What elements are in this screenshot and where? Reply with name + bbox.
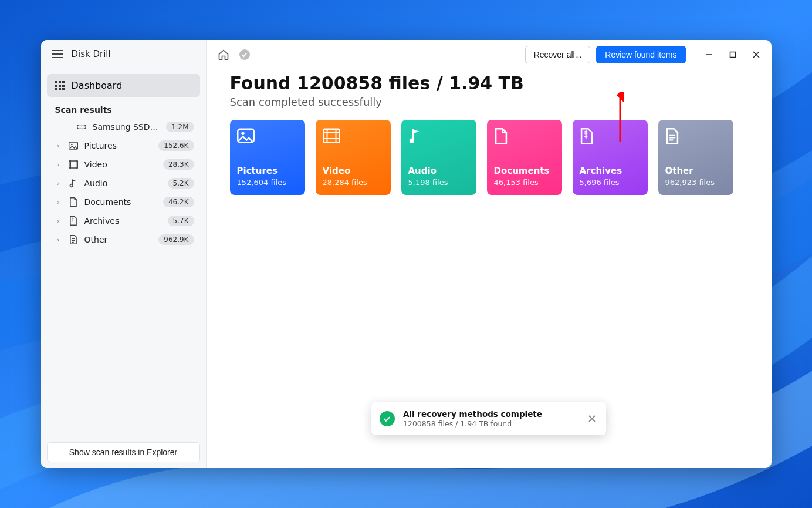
app-title: Disk Drill [72,49,111,59]
sidebar-item-drive[interactable]: Samsung SSD 970 EVO... 1.2M [47,118,200,136]
tile-count: 5,198 files [408,178,469,187]
video-icon [68,160,79,169]
archive-icon [68,216,79,226]
document-icon [494,128,555,148]
video-icon [323,128,384,148]
sidebar: Disk Drill Dashboard Scan results Samsun… [41,40,207,468]
success-check-icon [380,411,395,426]
chevron-right-icon: › [55,199,62,206]
sidebar-item-audio[interactable]: › Audio 5.2K [47,174,200,192]
menu-icon[interactable] [52,48,63,60]
tile-count: 28,284 files [323,178,384,187]
sidebar-item-label: Pictures [84,141,153,150]
count-badge: 1.2M [166,122,194,132]
sidebar-item-label: Archives [84,216,162,226]
pictures-icon [68,142,79,150]
toast-subtitle: 1200858 files / 1.94 TB found [403,419,578,428]
completion-toast: All recovery methods complete 1200858 fi… [371,402,606,435]
other-icon [68,235,79,244]
svg-point-13 [409,139,414,143]
svg-rect-9 [730,52,735,58]
svg-rect-7 [76,161,77,168]
svg-point-11 [241,132,245,136]
category-tiles: Pictures 152,604 files Video 28,284 file… [230,120,748,195]
svg-point-4 [71,144,73,146]
tile-audio[interactable]: Audio 5,198 files [401,120,476,195]
toast-close-button[interactable] [586,411,598,427]
svg-point-8 [70,184,73,187]
tile-count: 152,604 files [237,178,298,187]
maximize-button[interactable] [728,50,737,59]
app-window: Disk Drill Dashboard Scan results Samsun… [41,40,772,468]
count-badge: 5.7K [168,216,194,226]
main-panel: Recover all... Review found items Found … [207,40,772,468]
close-button[interactable] [752,50,761,59]
toast-title: All recovery methods complete [403,409,578,419]
count-badge: 962.9K [158,234,194,245]
sidebar-item-label: Dashboard [72,80,123,91]
tile-documents[interactable]: Documents 46,153 files [487,120,562,195]
drive-icon [76,123,87,130]
home-button[interactable] [217,48,230,61]
sidebar-item-label: Video [84,160,157,169]
count-badge: 28.3K [163,159,194,170]
sidebar-item-label: Samsung SSD 970 EVO... [93,122,161,132]
archive-icon [580,128,641,148]
sidebar-item-dashboard[interactable]: Dashboard [47,74,200,97]
chevron-right-icon: › [55,161,62,169]
tile-pictures[interactable]: Pictures 152,604 files [230,120,305,195]
tile-count: 962,923 files [665,178,726,187]
tile-name: Archives [580,166,641,176]
results-title: Found 1200858 files / 1.94 TB [230,73,748,93]
tile-count: 5,696 files [580,178,641,187]
count-badge: 46.2K [163,197,194,207]
audio-icon [408,128,469,148]
count-badge: 152.6K [158,140,194,151]
other-icon [665,128,726,148]
sidebar-item-label: Audio [84,179,162,188]
status-check-icon [238,48,251,61]
tile-name: Other [665,166,726,176]
show-in-explorer-button[interactable]: Show scan results in Explorer [47,442,200,462]
sidebar-item-documents[interactable]: › Documents 46.2K [47,193,200,211]
sidebar-item-video[interactable]: › Video 28.3K [47,156,200,173]
tile-archives[interactable]: Archives 5,696 files [573,120,648,195]
recover-all-button[interactable]: Recover all... [525,46,591,63]
tile-name: Documents [494,166,555,176]
svg-rect-6 [69,161,70,168]
chevron-right-icon: › [55,236,62,244]
svg-rect-12 [323,129,340,143]
results-subtitle: Scan completed successfully [230,96,748,108]
chevron-right-icon: › [55,142,62,150]
count-badge: 5.2K [168,178,194,189]
tile-name: Pictures [237,166,298,176]
toolbar: Recover all... Review found items [207,40,772,69]
sidebar-item-other[interactable]: › Other 962.9K [47,231,200,248]
chevron-right-icon: › [55,217,62,225]
svg-point-2 [83,126,84,127]
grid-icon [55,81,65,90]
audio-icon [68,179,79,188]
sidebar-item-pictures[interactable]: › Pictures 152.6K [47,137,200,154]
scan-results-section-label: Scan results [47,102,200,117]
tile-name: Audio [408,166,469,176]
review-found-items-button[interactable]: Review found items [596,46,685,63]
pictures-icon [237,128,298,148]
tile-name: Video [323,166,384,176]
chevron-right-icon: › [55,180,62,187]
document-icon [68,197,79,207]
sidebar-item-label: Other [84,235,153,244]
minimize-button[interactable] [705,50,714,59]
tile-other[interactable]: Other 962,923 files [658,120,733,195]
sidebar-item-label: Documents [84,197,157,207]
tile-count: 46,153 files [494,178,555,187]
tile-video[interactable]: Video 28,284 files [316,120,391,195]
sidebar-item-archives[interactable]: › Archives 5.7K [47,212,200,230]
